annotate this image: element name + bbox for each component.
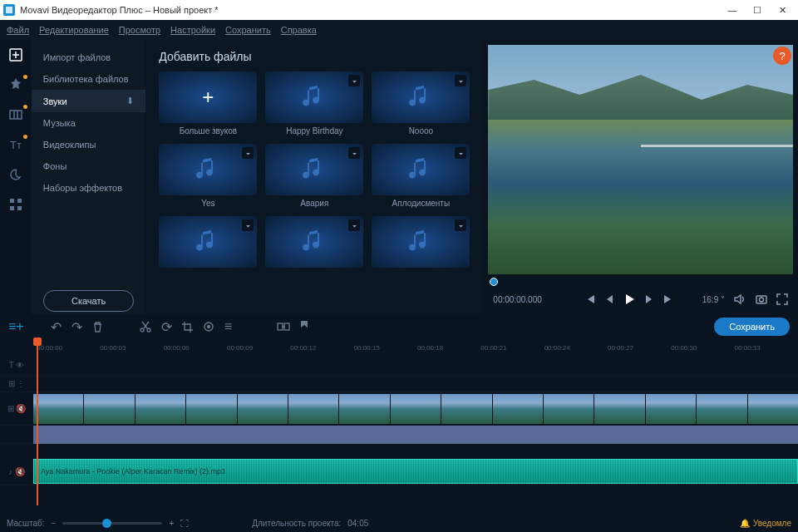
- app-icon: [3, 4, 15, 16]
- prev-clip-icon[interactable]: [584, 293, 596, 305]
- playhead[interactable]: [37, 339, 38, 505]
- color-icon[interactable]: [203, 321, 214, 332]
- tile-download-icon[interactable]: [348, 219, 360, 231]
- menubar: Файл Редактирование Просмотр Настройки С…: [0, 20, 798, 40]
- redo-icon[interactable]: ↷: [71, 319, 82, 335]
- sidebar-item-effect-sets[interactable]: Наборы эффектов: [32, 177, 146, 199]
- svg-point-8: [760, 298, 764, 302]
- sound-tile[interactable]: Noooo: [372, 71, 470, 135]
- minimize-button[interactable]: —: [727, 4, 738, 16]
- more-tool-icon[interactable]: [7, 196, 24, 213]
- help-button[interactable]: ?: [773, 47, 791, 65]
- tile-label: Больше звуков: [180, 126, 237, 135]
- stickers-tool-icon[interactable]: [7, 166, 24, 183]
- tile-label: Yes: [201, 199, 214, 208]
- snapshot-icon[interactable]: [755, 293, 768, 306]
- tile-download-icon[interactable]: [455, 147, 466, 159]
- sound-tile[interactable]: [372, 216, 470, 271]
- time-ruler[interactable]: 00:00:0000:00:0300:00:0600:00:0900:00:12…: [0, 339, 798, 356]
- scrub-bar[interactable]: [488, 278, 793, 284]
- sound-tile[interactable]: Happy Birthday: [265, 71, 363, 135]
- audio-track-head[interactable]: ♪ 🔇: [0, 467, 33, 476]
- download-button[interactable]: Скачать: [43, 290, 135, 312]
- sidebar: Импорт файлов Библиотека файлов Звуки⬇ М…: [32, 40, 146, 314]
- tile-download-icon[interactable]: [242, 147, 254, 159]
- tile-label: Happy Birthday: [286, 126, 342, 135]
- next-clip-icon[interactable]: [663, 293, 674, 305]
- sidebar-item-import-files[interactable]: Импорт файлов: [32, 47, 146, 68]
- zoom-slider[interactable]: [62, 522, 162, 525]
- cut-icon[interactable]: [140, 321, 151, 332]
- tile-download-icon[interactable]: [455, 219, 466, 231]
- import-tool-icon[interactable]: [7, 47, 24, 63]
- timeline-toolbar: ≡+ ↶ ↷ ⟳ ≡ Сохранить: [0, 314, 798, 339]
- maximize-button[interactable]: ☐: [751, 4, 763, 16]
- duration-value: 04:05: [347, 519, 368, 528]
- sound-tile[interactable]: Аплодисменты: [372, 144, 470, 208]
- tile-label: Noooo: [409, 126, 433, 135]
- svg-point-12: [207, 326, 209, 328]
- menu-settings[interactable]: Настройки: [170, 25, 215, 35]
- adjust-icon[interactable]: ≡: [224, 319, 232, 334]
- tool-strip: Tт: [0, 40, 32, 314]
- video-track-head[interactable]: ⊞ 🔇: [0, 404, 33, 413]
- playback-time: 00:00:00.000: [493, 295, 541, 304]
- zoom-out-icon[interactable]: −: [52, 519, 57, 528]
- filters-tool-icon[interactable]: [7, 76, 24, 93]
- sidebar-item-sounds[interactable]: Звуки⬇: [32, 90, 146, 112]
- crop-icon[interactable]: [182, 322, 193, 332]
- sidebar-item-music[interactable]: Музыка: [32, 112, 146, 134]
- prev-frame-icon[interactable]: [604, 294, 614, 304]
- sound-tile[interactable]: Авария: [265, 144, 363, 208]
- undo-icon[interactable]: ↶: [51, 319, 62, 335]
- save-button[interactable]: Сохранить: [714, 318, 790, 336]
- transitions-tool-icon[interactable]: [7, 106, 24, 123]
- download-icon: ⬇: [126, 96, 134, 106]
- menu-edit[interactable]: Редактирование: [39, 25, 109, 35]
- window-title: Movavi Видеоредактор Плюс – Новый проект…: [20, 5, 219, 15]
- marker-icon[interactable]: [300, 321, 310, 332]
- menu-file[interactable]: Файл: [7, 25, 29, 35]
- video-preview[interactable]: [488, 45, 793, 274]
- sound-tile[interactable]: Yes: [159, 144, 257, 208]
- svg-rect-2: [10, 111, 22, 119]
- zoom-in-icon[interactable]: +: [169, 519, 174, 528]
- fullscreen-icon[interactable]: [776, 293, 788, 305]
- add-track-icon[interactable]: ≡+: [8, 319, 24, 334]
- menu-help[interactable]: Справка: [281, 25, 317, 35]
- title-track-head[interactable]: T 👁: [0, 361, 33, 370]
- delete-icon[interactable]: [92, 322, 103, 332]
- preview-panel: ? 00:00:00.000 16:9 ˅: [483, 40, 798, 314]
- aspect-ratio-button[interactable]: 16:9 ˅: [702, 295, 725, 304]
- video-track[interactable]: [33, 393, 798, 425]
- next-frame-icon[interactable]: [644, 294, 654, 304]
- fit-zoom-icon[interactable]: ⛶: [180, 519, 189, 528]
- volume-icon[interactable]: [733, 293, 746, 306]
- notifications-button[interactable]: 🔔 Уведомле: [740, 519, 791, 528]
- sound-tile[interactable]: +Больше звуков: [159, 71, 257, 135]
- sidebar-item-videoclips[interactable]: Видеоклипы: [32, 134, 146, 155]
- transition-wizard-icon[interactable]: [277, 321, 290, 332]
- tile-download-icon[interactable]: [348, 75, 360, 86]
- menu-save[interactable]: Сохранить: [225, 25, 271, 35]
- scale-label: Масштаб:: [7, 519, 45, 528]
- audio-clip-label: Aya Nakamura - Pookie (Alper Karacan Rem…: [41, 467, 225, 475]
- linked-audio-track[interactable]: [33, 426, 798, 444]
- svg-rect-3: [10, 199, 14, 203]
- rotate-icon[interactable]: ⟳: [161, 319, 172, 335]
- tile-download-icon[interactable]: [455, 75, 466, 86]
- sidebar-item-backgrounds[interactable]: Фоны: [32, 155, 146, 177]
- close-button[interactable]: ✕: [776, 4, 788, 16]
- timeline-tracks: T 👁 ⊞ ⋮ ⊞ 🔇 ♪ 🔇 Aya Nakamura - Pookie (A…: [0, 356, 798, 524]
- titles-tool-icon[interactable]: Tт: [7, 136, 24, 153]
- menu-view[interactable]: Просмотр: [119, 25, 160, 35]
- play-icon[interactable]: [623, 293, 636, 306]
- tile-download-icon[interactable]: [348, 147, 360, 159]
- sidebar-item-files-library[interactable]: Библиотека файлов: [32, 68, 146, 90]
- sound-tile[interactable]: [159, 216, 257, 271]
- overlay-track-head[interactable]: ⊞ ⋮: [0, 379, 33, 388]
- content-panel: Добавить файлы +Больше звуковHappy Birth…: [145, 40, 483, 314]
- sound-tile[interactable]: [265, 216, 363, 271]
- audio-clip[interactable]: Aya Nakamura - Pookie (Alper Karacan Rem…: [33, 459, 798, 484]
- tile-download-icon[interactable]: [242, 219, 254, 231]
